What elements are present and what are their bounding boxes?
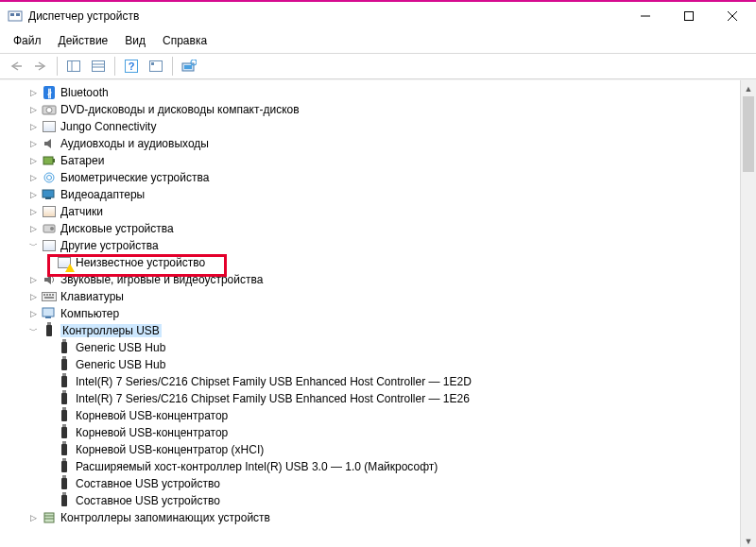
svg-text:?: ? [129,60,135,72]
usb-icon [57,459,72,474]
minimize-button[interactable] [624,2,667,30]
chevron-right-icon[interactable]: ▷ [26,222,40,235]
chevron-right-icon[interactable]: ▷ [26,171,40,184]
vertical-scrollbar[interactable]: ▲ ▼ [740,80,756,547]
chevron-right-icon[interactable]: ▷ [26,273,40,286]
tree-item-usb[interactable]: Корневой USB-концентратор (xHCI) [0,441,756,458]
tree-category-jungo[interactable]: ▷ Jungo Connectivity [0,118,756,135]
menu-help[interactable]: Справка [155,32,215,49]
display-adapter-icon [42,187,57,202]
device-tree-panel: ▷ ∦ Bluetooth ▷ DVD-дисководы и дисковод… [0,79,756,547]
svg-rect-24 [53,159,55,162]
tree-item-usb[interactable]: Составное USB устройство [0,492,756,509]
chevron-right-icon[interactable]: ▷ [26,120,40,133]
tree-category-dvd[interactable]: ▷ DVD-дисководы и дисководы компакт-диск… [0,101,756,118]
tree-category-computer[interactable]: ▷ Компьютер [0,305,756,322]
scroll-down-button[interactable]: ▼ [741,533,756,547]
svg-rect-35 [52,294,54,296]
back-button[interactable] [6,56,26,77]
tree-label: Generic USB Hub [76,358,165,371]
tree-label: Дисковые устройства [60,222,174,235]
tree-category-disk[interactable]: ▷ Дисковые устройства [0,220,756,237]
chevron-right-icon[interactable]: ▷ [26,86,40,99]
tree-label: Клавиатуры [60,290,124,303]
tree-label: Intel(R) 7 Series/C216 Chipset Family US… [76,392,470,405]
keyboard-icon [42,289,57,304]
usb-icon [57,357,72,372]
close-button[interactable] [711,2,754,30]
tree-item-usb[interactable]: Intel(R) 7 Series/C216 Chipset Family US… [0,390,756,407]
tree-label: DVD-дисководы и дисководы компакт-дисков [60,103,300,116]
tree-label: Intel(R) 7 Series/C216 Chipset Family US… [76,375,472,388]
chevron-right-icon[interactable]: ▷ [26,154,40,167]
bluetooth-icon: ∦ [42,85,57,100]
scroll-thumb[interactable] [743,96,754,172]
tree-label: Корневой USB-концентратор [76,426,228,439]
usb-icon [57,493,72,508]
chevron-right-icon[interactable]: ▷ [26,137,40,150]
tree-item-usb[interactable]: Корневой USB-концентратор [0,424,756,441]
device-tree[interactable]: ▷ ∦ Bluetooth ▷ DVD-дисководы и дисковод… [0,80,756,547]
chevron-right-icon[interactable]: ▷ [26,290,40,303]
scroll-track[interactable] [741,96,756,533]
tree-label: Неизвестное устройство [76,256,205,269]
warning-device-icon [57,255,72,270]
tree-item-usb[interactable]: Generic USB Hub [0,356,756,373]
usb-icon [57,391,72,406]
svg-point-26 [47,176,52,180]
chevron-right-icon[interactable]: ▷ [26,307,40,320]
scroll-up-button[interactable]: ▲ [741,80,756,96]
tree-category-sensors[interactable]: ▷ Датчики [0,203,756,220]
usb-icon [57,442,72,457]
svg-rect-33 [46,294,48,296]
tree-category-sound[interactable]: ▷ Звуковые, игровые и видеоустройства [0,271,756,288]
tree-category-batteries[interactable]: ▷ Батареи [0,152,756,169]
tree-category-bluetooth[interactable]: ▷ ∦ Bluetooth [0,84,756,101]
tree-category-biometric[interactable]: ▷ Биометрические устройства [0,169,756,186]
tree-label: Другие устройства [60,239,159,252]
chevron-right-icon[interactable]: ▷ [26,205,40,218]
svg-rect-37 [43,308,54,316]
disk-icon [42,221,57,236]
tree-category-storage-controllers[interactable]: ▷ Контроллеры запоминающих устройств [0,509,756,526]
chevron-down-icon[interactable]: ﹀ [26,324,40,337]
tree-category-audio-io[interactable]: ▷ Аудиовходы и аудиовыходы [0,135,756,152]
tree-category-display[interactable]: ▷ Видеоадаптеры [0,186,756,203]
help-button[interactable]: ? [121,56,142,77]
tree-category-usb[interactable]: ﹀ Контроллеры USB [0,322,756,339]
chevron-right-icon[interactable]: ▷ [26,511,40,524]
menu-action[interactable]: Действие [51,32,116,49]
tree-item-usb[interactable]: Корневой USB-концентратор [0,407,756,424]
tree-item-unknown-device[interactable]: Неизвестное устройство [0,254,756,271]
tree-category-other[interactable]: ﹀ Другие устройства [0,237,756,254]
tree-item-usb[interactable]: Intel(R) 7 Series/C216 Chipset Family US… [0,373,756,390]
svg-rect-36 [44,297,54,299]
tree-label: Контроллеры USB [60,324,162,337]
menu-view[interactable]: Вид [117,32,153,49]
forward-button[interactable] [30,56,51,77]
tree-label: Составное USB устройство [76,494,220,507]
svg-rect-4 [685,12,694,21]
sound-icon [42,272,57,287]
app-icon [8,9,23,24]
menu-file[interactable]: Файл [6,32,49,49]
scan-hardware-button[interactable] [179,56,199,77]
device-icon [42,119,57,134]
details-button[interactable] [146,56,166,77]
tree-label: Аудиовходы и аудиовыходы [60,137,209,150]
tree-category-keyboards[interactable]: ▷ Клавиатуры [0,288,756,305]
chevron-right-icon[interactable]: ▷ [26,103,40,116]
disc-drive-icon [42,102,57,117]
titlebar: Диспетчер устройств [0,2,756,30]
other-devices-icon [42,238,57,253]
show-hide-tree-button[interactable] [63,56,84,77]
tree-label: Датчики [60,205,103,218]
tree-item-usb[interactable]: Составное USB устройство [0,475,756,492]
chevron-down-icon[interactable]: ﹀ [26,239,40,252]
fingerprint-icon [42,170,57,185]
tree-item-usb[interactable]: Расширяемый хост-контроллер Intel(R) USB… [0,458,756,475]
properties-button[interactable] [88,56,109,77]
tree-item-usb[interactable]: Generic USB Hub [0,339,756,356]
chevron-right-icon[interactable]: ▷ [26,188,40,201]
maximize-button[interactable] [667,2,711,30]
